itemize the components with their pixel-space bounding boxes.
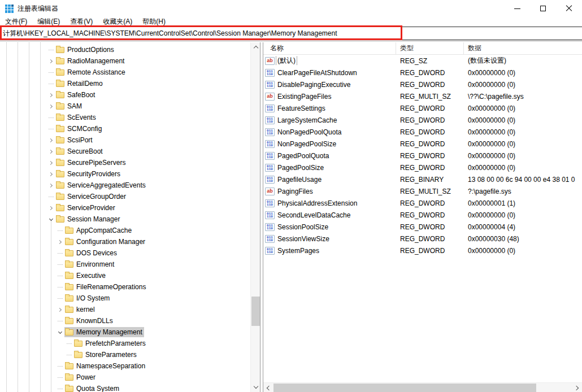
menu-item[interactable]: 收藏夹(A) <box>98 17 137 27</box>
tree-expander[interactable] <box>55 316 64 325</box>
tree-item[interactable]: SecurityProviders <box>0 168 250 180</box>
tree-item[interactable]: Executive <box>0 270 250 281</box>
scroll-down-button[interactable] <box>251 382 260 392</box>
registry-value-row[interactable]: ab (默认) REG_SZ (数值未设置) <box>263 55 582 67</box>
tree-expander[interactable] <box>46 147 55 156</box>
tree-expander[interactable] <box>46 192 55 201</box>
scroll-up-button[interactable] <box>251 42 260 52</box>
tree-expander[interactable] <box>46 90 55 99</box>
registry-value-row[interactable]: ab ExistingPageFiles REG_MULTI_SZ \??\C:… <box>263 90 582 102</box>
tree-expander[interactable] <box>55 237 64 246</box>
registry-path-address-bar[interactable]: 计算机\HKEY_LOCAL_MACHINE\SYSTEM\CurrentCon… <box>0 27 582 40</box>
tree-item[interactable]: RetailDemo <box>0 78 250 89</box>
registry-value-row[interactable]: 011110 PagedPoolSize REG_DWORD 0x0000000… <box>263 162 582 173</box>
tree-expander[interactable] <box>55 249 64 258</box>
tree-expander[interactable] <box>46 203 55 212</box>
tree-item[interactable]: AppCompatCache <box>0 225 250 236</box>
tree-expander[interactable] <box>46 79 55 88</box>
tree-item[interactable]: NamespaceSeparation <box>0 360 250 372</box>
tree-expander[interactable] <box>46 158 55 167</box>
tree-expander[interactable] <box>46 102 55 111</box>
tree-expander[interactable] <box>46 45 55 54</box>
tree-expander[interactable] <box>46 124 55 133</box>
tree-item[interactable]: SafeBoot <box>0 89 250 101</box>
registry-value-row[interactable]: 011110 FeatureSettings REG_DWORD 0x00000… <box>263 102 582 114</box>
tree-item[interactable]: ScsiPort <box>0 134 250 146</box>
tree-item[interactable]: RadioManagement <box>0 55 250 67</box>
tree-item[interactable]: I/O System <box>0 293 250 304</box>
registry-value-row[interactable]: 011110 PagefileUsage REG_BINARY 13 08 00… <box>263 173 582 185</box>
tree-item[interactable]: SAM <box>0 101 250 112</box>
tree-expander[interactable] <box>55 328 64 337</box>
tree-item[interactable]: StoreParameters <box>0 349 250 360</box>
menu-item[interactable]: 帮助(H) <box>137 17 171 27</box>
tree-item[interactable]: KnownDLLs <box>0 315 250 326</box>
tree-item[interactable]: PrefetchParameters <box>0 338 250 349</box>
tree-item[interactable]: Quota System <box>0 383 250 392</box>
column-header-type[interactable]: 类型 <box>396 42 464 54</box>
tree-expander[interactable] <box>46 136 55 145</box>
menu-item[interactable]: 编辑(E) <box>32 17 65 27</box>
tree-expander[interactable] <box>55 282 64 291</box>
tree-expander[interactable] <box>55 305 64 314</box>
minimize-button[interactable] <box>504 0 530 17</box>
tree-expander[interactable] <box>55 384 64 392</box>
tree-item[interactable]: FileRenameOperations <box>0 281 250 293</box>
registry-value-row[interactable]: 011110 LargeSystemCache REG_DWORD 0x0000… <box>263 114 582 126</box>
scroll-right-button[interactable] <box>572 383 582 392</box>
tree-item[interactable]: Remote Assistance <box>0 67 250 78</box>
tree-expander[interactable] <box>55 373 64 382</box>
tree-item[interactable]: SecureBoot <box>0 146 250 157</box>
binary-value-icon: 011110 <box>265 211 275 219</box>
tree-expander[interactable] <box>55 271 64 280</box>
tree-item[interactable]: Memory Management <box>0 326 250 338</box>
tree-item[interactable]: ServiceAggregatedEvents <box>0 180 250 191</box>
tree-expander[interactable] <box>55 294 64 303</box>
close-button[interactable] <box>556 0 582 17</box>
registry-value-row[interactable]: 011110 NonPagedPoolSize REG_DWORD 0x0000… <box>263 138 582 150</box>
tree-expander[interactable] <box>64 339 73 348</box>
tree-expander[interactable] <box>46 68 55 77</box>
tree-scrollbar-thumb[interactable] <box>251 297 260 326</box>
tree-item[interactable]: ServiceProvider <box>0 202 250 214</box>
tree-expander[interactable] <box>55 361 64 371</box>
registry-value-row[interactable]: 011110 SessionPoolSize REG_DWORD 0x00000… <box>263 221 582 233</box>
column-header-name[interactable]: 名称 <box>263 42 396 54</box>
tree-expander[interactable] <box>64 350 73 359</box>
registry-value-row[interactable]: 011110 NonPagedPoolQuota REG_DWORD 0x000… <box>263 126 582 138</box>
registry-value-row[interactable]: ab PagingFiles REG_MULTI_SZ ?:\pagefile.… <box>263 185 582 197</box>
menu-item[interactable]: 查看(V) <box>65 17 98 27</box>
registry-value-row[interactable]: 011110 DisablePagingExecutive REG_DWORD … <box>263 79 582 90</box>
tree-vertical-scrollbar[interactable] <box>250 42 260 392</box>
scroll-left-button[interactable] <box>263 383 273 392</box>
tree-item[interactable]: ProductOptions <box>0 44 250 55</box>
tree-item[interactable]: SecurePipeServers <box>0 157 250 168</box>
tree-item[interactable]: kernel <box>0 304 250 315</box>
tree-expander[interactable] <box>46 169 55 178</box>
registry-value-row[interactable]: 011110 SystemPages REG_DWORD 0x00000000 … <box>263 245 582 256</box>
tree-item[interactable]: Session Manager <box>0 214 250 225</box>
registry-value-row[interactable]: 011110 PhysicalAddressExtension REG_DWOR… <box>263 197 582 209</box>
tree-item[interactable]: Configuration Manager <box>0 236 250 247</box>
tree-expander[interactable] <box>55 260 64 269</box>
column-header-data[interactable]: 数据 <box>464 42 582 54</box>
list-horizontal-scrollbar[interactable] <box>263 382 582 392</box>
registry-value-row[interactable]: 011110 SecondLevelDataCache REG_DWORD 0x… <box>263 209 582 221</box>
tree-item[interactable]: ScEvents <box>0 112 250 123</box>
tree-expander[interactable] <box>46 181 55 190</box>
list-scrollbar-thumb[interactable] <box>273 384 536 392</box>
tree-item[interactable]: SCMConfig <box>0 123 250 134</box>
tree-expander[interactable] <box>46 56 55 66</box>
tree-expander[interactable] <box>46 113 55 122</box>
tree-expander[interactable] <box>55 226 64 235</box>
maximize-button[interactable] <box>530 0 556 17</box>
registry-value-row[interactable]: 011110 SessionViewSize REG_DWORD 0x00000… <box>263 233 582 245</box>
tree-expander[interactable] <box>46 215 55 224</box>
menu-item[interactable]: 文件(F) <box>0 17 32 27</box>
registry-value-row[interactable]: 011110 ClearPageFileAtShutdown REG_DWORD… <box>263 67 582 79</box>
tree-item[interactable]: Environment <box>0 259 250 270</box>
tree-item[interactable]: Power <box>0 372 250 383</box>
registry-value-row[interactable]: 011110 PagedPoolQuota REG_DWORD 0x000000… <box>263 150 582 162</box>
tree-item[interactable]: DOS Devices <box>0 247 250 259</box>
tree-item[interactable]: ServiceGroupOrder <box>0 191 250 202</box>
